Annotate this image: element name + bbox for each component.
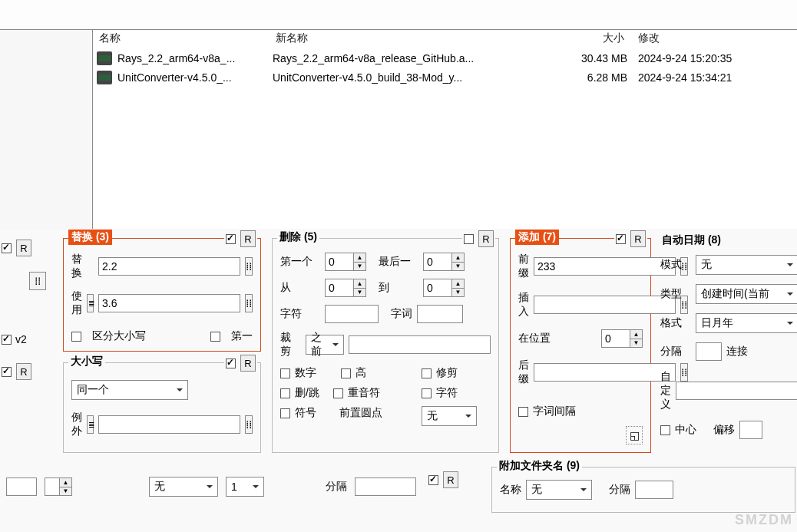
menu-button[interactable]: ⁞⁞: [245, 294, 253, 312]
replace-label: 替换: [71, 253, 84, 280]
cent-check[interactable]: [660, 425, 670, 435]
cell-newname: Rays_2.2_arm64-v8a_release_GitHub.a...: [270, 52, 554, 64]
word-space-check[interactable]: [518, 407, 528, 417]
leaddot-select[interactable]: 无: [422, 406, 477, 426]
spin[interactable]: ▲▼: [45, 477, 72, 496]
remove-legend: 删除 (5): [277, 230, 319, 244]
replace-group: 替换 (3) R 替换 ⁞⁞ 使用 ≣ ⁞⁞ 区分大小写: [63, 238, 261, 352]
digits-check[interactable]: [280, 368, 290, 378]
mode-select[interactable]: 无: [696, 255, 797, 275]
reset-button[interactable]: R: [16, 363, 31, 380]
expand-icon[interactable]: ◱: [626, 426, 643, 444]
prefix-input[interactable]: [534, 257, 676, 276]
one-select[interactable]: 1: [226, 477, 264, 497]
type-label: 类型: [660, 287, 691, 301]
sep-input[interactable]: [355, 477, 416, 496]
insert-input[interactable]: [534, 296, 676, 314]
reset-button[interactable]: R: [240, 355, 256, 372]
checkbox[interactable]: [2, 335, 12, 345]
case-select[interactable]: 同一个: [71, 380, 188, 400]
mode-label: 模式: [660, 258, 691, 272]
suffix-input[interactable]: [534, 363, 676, 382]
word-space-label: 字词间隔: [533, 405, 576, 418]
list-icon[interactable]: ≣: [87, 415, 94, 434]
from-spin[interactable]: ▲▼: [325, 279, 366, 297]
except-label: 例外: [71, 411, 82, 438]
offset-input[interactable]: [739, 421, 762, 439]
high-check[interactable]: [341, 368, 351, 378]
at-pos-label: 在位置: [518, 332, 555, 345]
checkbox[interactable]: [428, 475, 438, 485]
replace-input[interactable]: [98, 257, 240, 276]
cell-name: Rays_2.2_arm64-v8a_...: [114, 52, 270, 64]
chars-label: 字符: [280, 307, 320, 321]
crop-select[interactable]: 之前: [306, 335, 344, 355]
with-input[interactable]: [98, 294, 240, 312]
first-check[interactable]: [210, 332, 220, 342]
none-select[interactable]: 无: [149, 477, 218, 497]
checkbox[interactable]: [226, 234, 236, 244]
file-icon: [97, 71, 112, 84]
trim-check[interactable]: [422, 368, 432, 378]
first-n-label: 第一个: [280, 255, 320, 269]
ds-label: 删/跳: [295, 386, 319, 400]
cell-name: UnitConverter-v4.5.0_...: [114, 71, 270, 84]
reset-button[interactable]: R: [240, 230, 256, 247]
sym-check[interactable]: [280, 408, 290, 418]
add-group: 添加 (7) R 前缀 ⁞⁞ 插入 ⁞⁞ 在位置 ▲▼ 后缀: [510, 238, 651, 453]
last-n-spin[interactable]: ▲▼: [423, 253, 465, 271]
type-select[interactable]: 创建时间(当前: [696, 284, 797, 304]
reset-button[interactable]: R: [443, 471, 458, 488]
chars2-check[interactable]: [422, 388, 432, 398]
chars-input[interactable]: [325, 305, 379, 323]
sep-input[interactable]: [635, 481, 673, 499]
accents-check[interactable]: [333, 388, 343, 398]
high-label: 高: [356, 366, 366, 380]
cell-newname: UnitConverter-v4.5.0_build_38-Mod_y...: [270, 71, 554, 84]
fmt-select[interactable]: 日月年: [696, 313, 797, 333]
suffix-label: 后缀: [518, 359, 529, 386]
table-row[interactable]: Rays_2.2_arm64-v8a_... Rays_2.2_arm64-v8…: [93, 48, 797, 68]
checkbox[interactable]: [464, 234, 474, 244]
custom-input[interactable]: [676, 382, 797, 400]
name-select[interactable]: 无: [526, 480, 592, 500]
checkbox[interactable]: [2, 367, 12, 377]
checkbox[interactable]: [226, 359, 236, 368]
menu-button[interactable]: ⁞⁞: [29, 272, 46, 290]
reset-button[interactable]: R: [478, 230, 494, 247]
num-input[interactable]: [6, 477, 37, 496]
ds-check[interactable]: [280, 388, 290, 398]
menu-button[interactable]: ⁞⁞: [245, 257, 253, 276]
remove-group: 删除 (5) R 第一个 ▲▼ 最后一 ▲▼ 从 ▲▼ 到 ▲▼ 字符 字词: [272, 238, 499, 453]
words-input[interactable]: [417, 305, 463, 323]
table-row[interactable]: UnitConverter-v4.5.0_... UnitConverter-v…: [93, 68, 797, 87]
accents-label: 重音符: [348, 386, 380, 400]
col-name[interactable]: 名称: [93, 30, 270, 48]
col-size[interactable]: 大小: [554, 30, 630, 48]
at-pos-spin[interactable]: ▲▼: [601, 329, 643, 348]
col-newname[interactable]: 新名称: [270, 30, 554, 48]
file-list-header: 名称 新名称 大小 修改: [93, 30, 797, 48]
list-icon[interactable]: ≣: [87, 294, 94, 312]
to-spin[interactable]: ▲▼: [423, 279, 465, 297]
lead-dots-label: 前置圆点: [339, 406, 382, 420]
name-label: 名称: [500, 483, 521, 497]
digits-label: 数字: [295, 366, 316, 380]
options-area: R ⁞⁞ v2 R 替换 (3) R 替换 ⁞⁞ 使用 ≣ ⁞⁞: [0, 229, 797, 532]
crop-input[interactable]: [349, 335, 491, 354]
append-folder-group: 附加文件夹名 (9) 名称 无 分隔: [491, 467, 795, 513]
except-input[interactable]: [98, 415, 240, 434]
match-case-check[interactable]: [71, 332, 81, 342]
first-label: 第一: [231, 329, 253, 343]
menu-button[interactable]: ⁞⁞: [245, 415, 253, 434]
dir-tree-pane[interactable]: [0, 29, 92, 229]
col-mod[interactable]: 修改: [630, 30, 776, 48]
reset-button[interactable]: R: [16, 240, 31, 256]
match-case-label: 区分大小写: [92, 329, 146, 343]
checkbox[interactable]: [2, 243, 12, 253]
checkbox[interactable]: [616, 234, 626, 244]
reset-button[interactable]: R: [630, 230, 646, 247]
sep-input[interactable]: [696, 342, 722, 361]
first-n-spin[interactable]: ▲▼: [325, 253, 366, 271]
cell-size: 30.43 MB: [554, 52, 630, 64]
